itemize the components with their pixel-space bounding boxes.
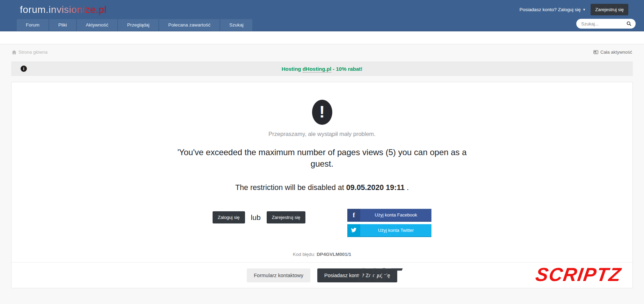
- login-group: Zaloguj się lub Zarejestruj się: [213, 211, 306, 223]
- actions-row: Zaloguj się lub Zarejestruj się f Użyj k…: [12, 209, 632, 237]
- twitter-button-label: Użyj konta Twitter: [360, 224, 431, 236]
- scriptz-logo: SCRIPTZ: [534, 265, 623, 284]
- breadcrumb: Strona główna Cała aktywność: [11, 44, 633, 55]
- error-code-value: DP4GVLM001/1: [317, 252, 351, 257]
- home-icon: [12, 50, 16, 54]
- tab-szukaj[interactable]: Szukaj: [220, 19, 253, 31]
- facebook-icon: f: [347, 209, 360, 221]
- contact-form-button[interactable]: Formularz kontaktowy: [247, 268, 310, 282]
- error-code-line: Kod błędu: DP4GVLM001/1: [12, 252, 632, 257]
- login-menu-label: Posiadasz konto? Zaloguj się: [519, 7, 581, 12]
- restriction-date: 09.05.2020 19:11: [346, 183, 405, 192]
- page: forum.invisionize.pl Posiadasz konto? Za…: [0, 0, 644, 304]
- exclamation-circle-icon: !: [312, 100, 332, 125]
- all-activity-link[interactable]: Cała aktywność: [593, 50, 632, 55]
- announcement-prefix: Hosting: [282, 66, 303, 72]
- or-text: lub: [251, 213, 261, 222]
- site-logo[interactable]: forum.invisionize.pl: [20, 4, 106, 15]
- breadcrumb-home-link[interactable]: Strona główna: [12, 50, 47, 55]
- dhosting-link[interactable]: dHosting.pl: [303, 66, 332, 73]
- register-button-card[interactable]: Zarejestruj się: [267, 211, 306, 223]
- search-box: [576, 19, 636, 29]
- search-icon[interactable]: [626, 21, 632, 26]
- card-footer: Formularz kontaktowy Posiadasz konto? Za…: [12, 262, 632, 288]
- site-header: forum.invisionize.pl Posiadasz konto? Za…: [0, 0, 644, 31]
- announcement-suffix: - 10% rabat!: [331, 66, 362, 72]
- activity-stream-icon: [593, 50, 598, 54]
- tab-aktywnosc[interactable]: Aktywność: [77, 19, 118, 31]
- tab-polecana-zawartosc[interactable]: Polecana zawartość: [159, 19, 220, 31]
- login-button[interactable]: Zaloguj się: [213, 211, 245, 223]
- all-activity-label: Cała aktywność: [600, 50, 632, 55]
- facebook-login-button[interactable]: f Użyj konta Facebook: [347, 209, 431, 222]
- announcement-banner: i Hosting dHosting.pl - 10% rabat!: [11, 61, 633, 76]
- tab-przegladaj[interactable]: Przeglądaj: [118, 19, 158, 31]
- twitter-login-button[interactable]: Użyj konta Twitter: [347, 224, 431, 237]
- error-code-label: Kod błędu:: [293, 252, 317, 257]
- error-card: ! Przepraszamy, ale wystąpił mały proble…: [11, 82, 633, 288]
- twitter-bird-icon: [347, 224, 360, 236]
- restriction-line: The restriction will be disabled at 09.0…: [12, 183, 632, 192]
- register-button[interactable]: Zarejestruj się: [591, 4, 628, 15]
- footer-login-button[interactable]: Posiadasz konto? Zaloguj się: [317, 268, 397, 282]
- social-login-column: f Użyj konta Facebook Użyj konta Twitter: [347, 209, 431, 237]
- login-menu[interactable]: Posiadasz konto? Zaloguj się ▾: [519, 7, 585, 12]
- restriction-prefix: The restriction will be disabled at: [235, 183, 346, 192]
- primary-nav: Forum Pliki Aktywność Przeglądaj Polecan…: [0, 19, 644, 31]
- error-message: 'You've exceeded the maximum number of p…: [177, 146, 467, 169]
- breadcrumb-home-label: Strona główna: [18, 50, 47, 55]
- search-input[interactable]: [581, 21, 626, 26]
- facebook-button-label: Użyj konta Facebook: [360, 209, 431, 221]
- announcement-text: Hosting dHosting.pl - 10% rabat!: [282, 66, 363, 72]
- tab-forum[interactable]: Forum: [17, 19, 49, 31]
- chevron-down-icon: ▾: [583, 7, 585, 12]
- error-subtitle: Przepraszamy, ale wystąpił mały problem.: [12, 131, 632, 137]
- header-account-area: Posiadasz konto? Zaloguj się ▾ Zarejestr…: [519, 4, 628, 15]
- header-sub-strip: [0, 31, 644, 44]
- restriction-suffix: .: [405, 183, 409, 192]
- content-container: Strona główna Cała aktywność i Hosting d…: [11, 44, 633, 288]
- tab-pliki[interactable]: Pliki: [49, 19, 76, 31]
- info-icon: i: [21, 66, 27, 72]
- header-top-row: forum.invisionize.pl Posiadasz konto? Za…: [0, 0, 644, 16]
